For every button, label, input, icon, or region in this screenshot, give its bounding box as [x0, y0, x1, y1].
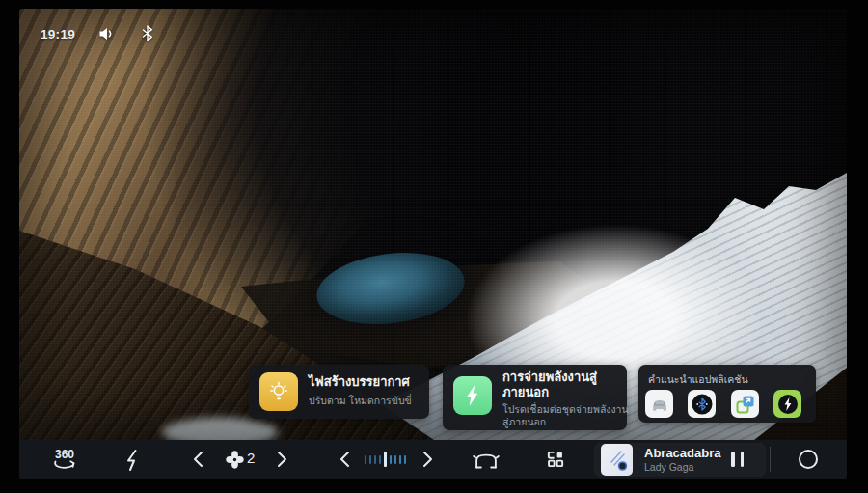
- dock-tick-slider[interactable]: [365, 452, 406, 467]
- temperature-increase-chevron[interactable]: [421, 451, 433, 468]
- vehicle-app-tile[interactable]: [645, 390, 673, 418]
- app-grid-button[interactable]: [546, 450, 565, 469]
- bottom-dock: 360 2: [19, 440, 847, 479]
- bolt-icon: [776, 393, 800, 416]
- notification-subtitle-line1: โปรดเชื่อมต่อชุดจ่ายพลังงาน: [502, 403, 629, 416]
- notification-subtitle: ปรับตาม โหมดการขับขี่: [309, 395, 412, 407]
- flash-mode-button[interactable]: [122, 448, 143, 473]
- slider-tick[interactable]: [374, 455, 376, 464]
- slider-tick[interactable]: [390, 455, 392, 464]
- volume-low-icon[interactable]: [98, 26, 115, 41]
- clock: 19:19: [41, 27, 75, 41]
- share-icon: [735, 394, 756, 415]
- slider-tick[interactable]: [394, 455, 396, 464]
- bluetooth-app-tile[interactable]: [688, 390, 716, 418]
- infotainment-screen: 19:19 ไฟสร้างบรรยากาศ ปรับตาม โหมดการขับ…: [19, 9, 847, 479]
- voice-assistant-button[interactable]: [799, 450, 818, 469]
- fan-level-value: 2: [247, 450, 255, 466]
- dock-divider: [770, 447, 771, 472]
- car-icon: [649, 394, 670, 415]
- bluetooth-status-icon[interactable]: [142, 25, 153, 41]
- pause-button[interactable]: [731, 452, 744, 467]
- slider-tick[interactable]: [384, 452, 387, 467]
- slider-tick[interactable]: [379, 455, 381, 464]
- camera-360-label: 360: [55, 448, 74, 461]
- app-suggestions-panel: คำแนะนำแอปพลิเคชัน: [638, 365, 816, 423]
- notification-ambient-light[interactable]: ไฟสร้างบรรยากาศ ปรับตาม โหมดการขับขี่: [249, 365, 429, 419]
- media-track-title: Abracadabra: [644, 446, 720, 460]
- slider-tick[interactable]: [365, 455, 366, 464]
- temperature-decrease-chevron[interactable]: [339, 451, 350, 468]
- camera-360-button[interactable]: 360: [43, 445, 86, 474]
- slider-tick[interactable]: [369, 455, 371, 464]
- notification-title-line2: ภายนอก: [502, 385, 549, 400]
- fan-increase-chevron[interactable]: [276, 451, 287, 468]
- lightbulb-icon: [259, 372, 298, 411]
- album-art[interactable]: [601, 444, 633, 476]
- vehicle-view-button[interactable]: [471, 449, 502, 471]
- fan-decrease-chevron[interactable]: [192, 451, 203, 468]
- notification-external-power[interactable]: การจ่ายพลังงานสู่ ภายนอก โปรดเชื่อมต่อชุ…: [443, 365, 627, 430]
- app-suggestions-header: คำแนะนำแอปพลิเคชัน: [648, 371, 748, 388]
- notification-subtitle-line2: สู่ภายนอก: [502, 416, 546, 428]
- slider-tick[interactable]: [399, 455, 401, 464]
- screen-share-app-tile[interactable]: [731, 390, 759, 418]
- charging-app-tile[interactable]: [773, 390, 801, 418]
- lightning-icon: [453, 376, 492, 415]
- device-bezel: 19:19 ไฟสร้างบรรยากาศ ปรับตาม โหมดการขับ…: [0, 0, 868, 493]
- slider-tick[interactable]: [404, 455, 406, 464]
- notification-title: ไฟสร้างบรรยากาศ: [309, 374, 410, 390]
- bluetooth-icon: [691, 393, 714, 416]
- notification-title-line1: การจ่ายพลังงานสู่: [502, 370, 597, 385]
- fan-icon[interactable]: [226, 451, 244, 469]
- media-artist: Lady Gaga: [644, 461, 693, 473]
